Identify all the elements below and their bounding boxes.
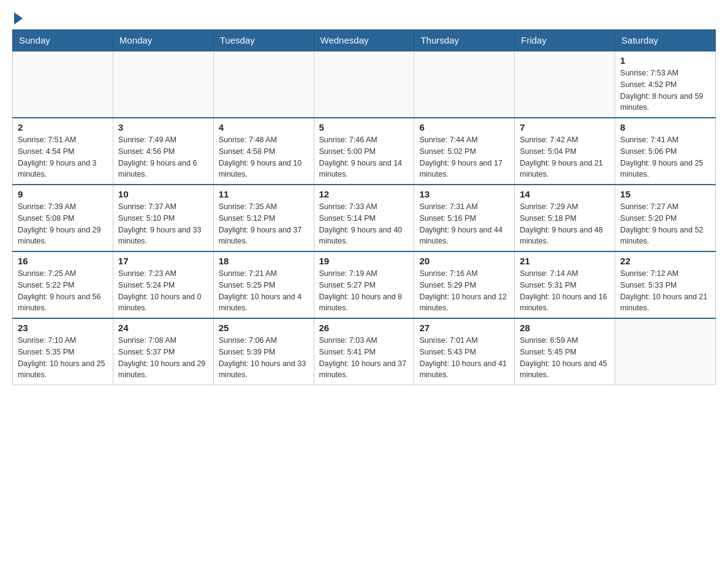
calendar-day-cell: 5Sunrise: 7:46 AMSunset: 5:00 PMDaylight… <box>314 118 414 185</box>
calendar-week-row: 9Sunrise: 7:39 AMSunset: 5:08 PMDaylight… <box>13 185 716 251</box>
day-info-text: Sunrise: 7:31 AM <box>419 201 509 213</box>
calendar-day-cell: 3Sunrise: 7:49 AMSunset: 4:56 PMDaylight… <box>113 118 213 185</box>
calendar-day-cell <box>615 318 716 385</box>
day-info-text: Daylight: 9 hours and 52 minutes. <box>620 224 710 248</box>
day-info-text: Sunset: 5:14 PM <box>319 213 409 224</box>
calendar-day-cell: 23Sunrise: 7:10 AMSunset: 5:35 PMDayligh… <box>13 318 113 385</box>
day-number: 23 <box>18 323 108 333</box>
day-of-week-header: Tuesday <box>213 30 314 52</box>
day-info-text: Sunrise: 7:19 AM <box>319 268 409 280</box>
day-info-text: Sunrise: 7:01 AM <box>419 335 509 347</box>
calendar-day-cell: 6Sunrise: 7:44 AMSunset: 5:02 PMDaylight… <box>414 118 515 185</box>
calendar-day-cell: 10Sunrise: 7:37 AMSunset: 5:10 PMDayligh… <box>113 185 213 251</box>
day-number: 25 <box>219 323 309 333</box>
day-info-text: Daylight: 10 hours and 21 minutes. <box>620 291 710 315</box>
day-info-text: Sunset: 5:06 PM <box>620 146 710 158</box>
day-number: 14 <box>520 189 610 199</box>
calendar-day-cell: 17Sunrise: 7:23 AMSunset: 5:24 PMDayligh… <box>113 251 213 318</box>
day-info-text: Sunset: 5:33 PM <box>620 280 710 291</box>
day-info-text: Sunset: 5:43 PM <box>419 347 509 358</box>
calendar-day-cell <box>113 51 213 118</box>
day-info-text: Sunset: 5:22 PM <box>18 280 108 291</box>
day-info-text: Sunset: 4:52 PM <box>620 79 710 91</box>
day-info-text: Daylight: 9 hours and 21 minutes. <box>520 158 610 181</box>
day-info-text: Sunset: 5:16 PM <box>419 213 509 224</box>
day-info-text: Sunset: 4:56 PM <box>118 146 208 158</box>
day-info-text: Sunset: 5:45 PM <box>520 347 610 358</box>
day-number: 8 <box>620 122 710 132</box>
day-info-text: Sunset: 5:27 PM <box>319 280 409 291</box>
logo-arrow-icon <box>14 12 23 25</box>
day-info-text: Sunrise: 7:37 AM <box>118 201 208 213</box>
day-info-text: Sunset: 4:58 PM <box>219 146 309 158</box>
day-number: 16 <box>18 256 108 266</box>
calendar-day-cell: 13Sunrise: 7:31 AMSunset: 5:16 PMDayligh… <box>414 185 515 251</box>
day-info-text: Daylight: 10 hours and 37 minutes. <box>319 358 409 381</box>
day-info-text: Sunrise: 7:25 AM <box>18 268 108 280</box>
day-info-text: Daylight: 10 hours and 12 minutes. <box>419 291 509 315</box>
day-of-week-header: Monday <box>113 30 213 52</box>
day-number: 17 <box>118 256 208 266</box>
day-number: 12 <box>319 189 409 199</box>
day-info-text: Sunset: 5:29 PM <box>419 280 509 291</box>
day-info-text: Sunrise: 7:41 AM <box>620 134 710 146</box>
day-number: 7 <box>520 122 610 132</box>
calendar-day-cell: 26Sunrise: 7:03 AMSunset: 5:41 PMDayligh… <box>314 318 414 385</box>
calendar-day-cell: 15Sunrise: 7:27 AMSunset: 5:20 PMDayligh… <box>615 185 716 251</box>
page-header <box>12 12 716 23</box>
logo-general-text <box>12 12 23 26</box>
calendar-day-cell <box>314 51 414 118</box>
day-info-text: Daylight: 8 hours and 59 minutes. <box>620 91 710 114</box>
calendar-day-cell: 28Sunrise: 6:59 AMSunset: 5:45 PMDayligh… <box>515 318 615 385</box>
day-number: 11 <box>219 189 309 199</box>
day-info-text: Sunrise: 7:46 AM <box>319 134 409 146</box>
day-info-text: Daylight: 10 hours and 16 minutes. <box>520 291 610 315</box>
day-of-week-header: Sunday <box>13 30 113 52</box>
day-info-text: Sunset: 5:02 PM <box>419 146 509 158</box>
day-info-text: Daylight: 10 hours and 45 minutes. <box>520 358 610 381</box>
calendar-day-cell: 11Sunrise: 7:35 AMSunset: 5:12 PMDayligh… <box>213 185 314 251</box>
day-info-text: Sunset: 4:54 PM <box>18 146 108 158</box>
day-number: 27 <box>419 323 509 333</box>
day-number: 15 <box>620 189 710 199</box>
day-info-text: Sunset: 5:41 PM <box>319 347 409 358</box>
day-info-text: Daylight: 9 hours and 3 minutes. <box>18 158 108 181</box>
day-info-text: Sunrise: 6:59 AM <box>520 335 610 347</box>
day-number: 1 <box>620 55 710 66</box>
day-of-week-header: Thursday <box>414 30 515 52</box>
calendar-day-cell <box>13 51 113 118</box>
calendar-table: SundayMondayTuesdayWednesdayThursdayFrid… <box>12 29 716 385</box>
day-info-text: Sunset: 5:39 PM <box>219 347 309 358</box>
day-info-text: Daylight: 10 hours and 41 minutes. <box>419 358 509 381</box>
day-info-text: Daylight: 9 hours and 29 minutes. <box>18 224 108 248</box>
day-info-text: Sunrise: 7:23 AM <box>118 268 208 280</box>
day-info-text: Sunset: 5:35 PM <box>18 347 108 358</box>
day-info-text: Sunrise: 7:51 AM <box>18 134 108 146</box>
day-info-text: Daylight: 10 hours and 25 minutes. <box>18 358 108 381</box>
day-info-text: Sunset: 5:08 PM <box>18 213 108 224</box>
day-info-text: Daylight: 9 hours and 10 minutes. <box>219 158 309 181</box>
day-number: 2 <box>18 122 108 132</box>
calendar-day-cell: 21Sunrise: 7:14 AMSunset: 5:31 PMDayligh… <box>515 251 615 318</box>
calendar-day-cell: 27Sunrise: 7:01 AMSunset: 5:43 PMDayligh… <box>414 318 515 385</box>
day-info-text: Daylight: 9 hours and 14 minutes. <box>319 158 409 181</box>
day-number: 28 <box>520 323 610 333</box>
day-info-text: Sunrise: 7:21 AM <box>219 268 309 280</box>
day-info-text: Daylight: 9 hours and 40 minutes. <box>319 224 409 248</box>
day-info-text: Sunrise: 7:33 AM <box>319 201 409 213</box>
calendar-day-cell: 8Sunrise: 7:41 AMSunset: 5:06 PMDaylight… <box>615 118 716 185</box>
day-info-text: Daylight: 9 hours and 33 minutes. <box>118 224 208 248</box>
day-info-text: Sunrise: 7:53 AM <box>620 67 710 79</box>
day-info-text: Sunset: 5:04 PM <box>520 146 610 158</box>
calendar-day-cell <box>414 51 515 118</box>
calendar-day-cell: 18Sunrise: 7:21 AMSunset: 5:25 PMDayligh… <box>213 251 314 318</box>
day-info-text: Daylight: 9 hours and 25 minutes. <box>620 158 710 181</box>
day-info-text: Sunset: 5:10 PM <box>118 213 208 224</box>
day-info-text: Sunrise: 7:29 AM <box>520 201 610 213</box>
day-number: 21 <box>520 256 610 266</box>
calendar-week-row: 2Sunrise: 7:51 AMSunset: 4:54 PMDaylight… <box>13 118 716 185</box>
day-info-text: Sunrise: 7:39 AM <box>18 201 108 213</box>
day-of-week-header: Friday <box>515 30 615 52</box>
day-info-text: Sunset: 5:37 PM <box>118 347 208 358</box>
day-info-text: Daylight: 9 hours and 44 minutes. <box>419 224 509 248</box>
